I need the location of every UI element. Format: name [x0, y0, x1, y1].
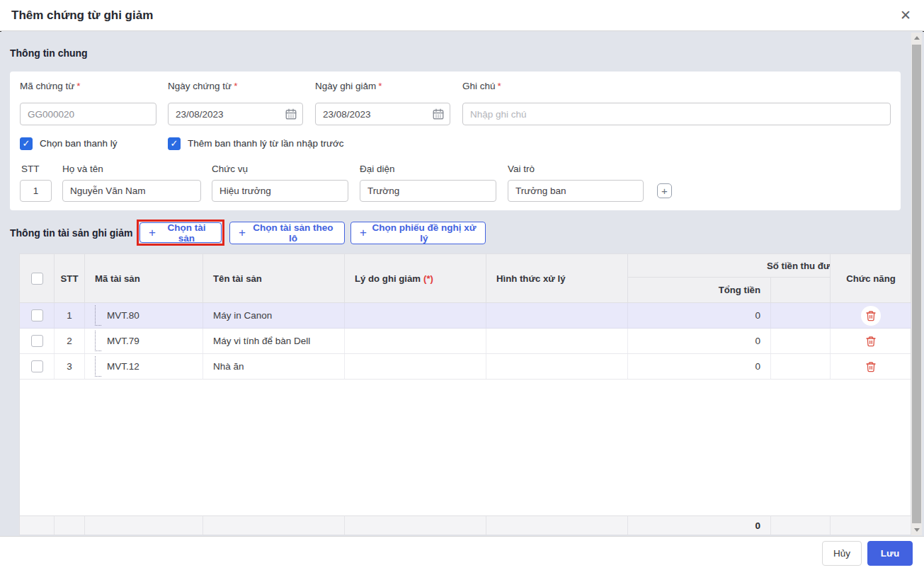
modal-footer: Hủy Lưu — [0, 536, 924, 570]
committee-stt-label: STT — [21, 164, 40, 174]
committee-representative-label: Đại diện — [360, 164, 395, 174]
row-handling[interactable] — [486, 354, 628, 379]
header-actions: Chức năng — [831, 254, 911, 302]
row-select-cell — [20, 329, 55, 353]
add-decrease-voucher-modal: Thêm chứng từ ghi giảm ✕ Thông tin chung… — [0, 0, 924, 570]
table-row[interactable]: 1 MVT.80 Máy in Canon 0 — [20, 303, 911, 329]
calendar-icon[interactable] — [285, 108, 297, 120]
row-checkbox[interactable] — [31, 360, 43, 372]
header-sub-empty — [771, 278, 831, 302]
summary-total: 0 — [628, 516, 771, 535]
row-asset-name: Nhà ăn — [203, 354, 345, 379]
row-select-cell — [20, 303, 55, 328]
vertical-scrollbar[interactable] — [911, 33, 922, 535]
committee-name-input[interactable] — [62, 180, 201, 202]
plus-icon: + — [360, 227, 367, 239]
row-total: 0 — [628, 303, 771, 328]
table-summary-row: 0 — [20, 515, 911, 535]
header-total-money: Tổng tiền — [628, 278, 771, 302]
row-asset-code: MVT.12 — [85, 354, 203, 379]
row-handling[interactable] — [486, 329, 628, 353]
select-asset-batch-button[interactable]: + Chọn tài sản theo lô — [229, 222, 345, 244]
close-icon[interactable]: ✕ — [900, 8, 911, 22]
row-reason[interactable] — [345, 354, 486, 379]
header-reason: Lý do ghi giảm (*) — [345, 254, 486, 302]
scroll-down-button[interactable] — [911, 525, 922, 535]
committee-role-input[interactable] — [508, 180, 644, 202]
scrollbar-thumb[interactable] — [912, 45, 921, 523]
delete-row-button[interactable] — [861, 357, 881, 377]
committee-position-input[interactable] — [212, 180, 348, 202]
trash-icon — [865, 310, 877, 321]
asset-table: STT Mã tài sản Tên tài sản Lý do ghi giả… — [19, 253, 911, 535]
cancel-button[interactable]: Hủy — [822, 541, 862, 566]
header-asset-code: Mã tài sản — [85, 254, 203, 302]
row-handling[interactable] — [486, 303, 628, 328]
modal-title: Thêm chứng từ ghi giảm — [11, 8, 153, 23]
plus-icon: + — [239, 227, 246, 239]
modal-header: Thêm chứng từ ghi giảm ✕ — [0, 0, 924, 31]
annotation-highlight-box: + Chọn tài sản — [137, 220, 224, 246]
voucher-code-input[interactable] — [20, 103, 156, 125]
required-asterisk: * — [498, 81, 501, 91]
choose-liquidation-board-option: Chọn ban thanh lý — [20, 137, 118, 150]
plus-icon: + — [149, 227, 156, 239]
table-row[interactable]: 3 MVT.12 Nhà ăn 0 — [20, 354, 911, 380]
add-member-button[interactable]: + — [657, 183, 672, 198]
modal-body: Thông tin chung Mã chứng từ* Ngày chứng … — [0, 32, 924, 536]
row-checkbox[interactable] — [31, 335, 43, 347]
delete-row-button[interactable] — [861, 331, 881, 351]
row-total: 0 — [628, 354, 771, 379]
required-asterisk: * — [378, 81, 382, 91]
note-input[interactable] — [462, 103, 891, 125]
select-asset-button[interactable]: + Chọn tài sản — [139, 222, 222, 243]
asset-table-header: STT Mã tài sản Tên tài sản Lý do ghi giả… — [20, 254, 911, 303]
committee-representative-input[interactable] — [360, 180, 496, 202]
scroll-up-button[interactable] — [911, 33, 922, 43]
save-button[interactable]: Lưu — [867, 541, 913, 566]
calendar-icon[interactable] — [432, 108, 445, 120]
required-mark: (*) — [423, 273, 433, 284]
row-actions — [831, 303, 911, 328]
row-sub-empty — [771, 354, 831, 379]
row-select-cell — [20, 354, 55, 379]
row-stt: 3 — [55, 354, 85, 379]
committee-stt-input[interactable] — [20, 180, 52, 202]
table-empty-area — [20, 380, 911, 515]
scroll-up-icon — [914, 36, 920, 40]
select-all-checkbox[interactable] — [31, 273, 43, 285]
row-asset-code: MVT.80 — [85, 303, 203, 328]
decrease-date-label: Ngày ghi giảm* — [315, 81, 382, 91]
trash-icon — [865, 361, 877, 372]
committee-name-label: Họ và tên — [62, 164, 103, 174]
checkbox-checked-icon[interactable] — [20, 137, 33, 150]
header-handling: Hình thức xử lý — [486, 254, 628, 302]
trash-icon — [865, 336, 877, 347]
row-actions — [831, 354, 911, 379]
scroll-down-icon — [914, 528, 920, 532]
note-label: Ghi chú* — [462, 81, 501, 91]
required-asterisk: * — [234, 81, 237, 91]
add-board-from-previous-option: Thêm ban thanh lý từ lần nhập trước — [168, 137, 344, 150]
voucher-code-label: Mã chứng từ* — [20, 81, 81, 91]
committee-role-label: Vai trò — [508, 164, 535, 174]
voucher-date-input[interactable] — [168, 103, 303, 125]
row-checkbox[interactable] — [31, 309, 43, 321]
row-reason[interactable] — [345, 303, 486, 328]
row-actions — [831, 329, 911, 353]
delete-row-button[interactable] — [861, 306, 881, 326]
checkbox-checked-icon[interactable] — [168, 137, 181, 150]
row-asset-code: MVT.79 — [85, 329, 203, 353]
row-reason[interactable] — [345, 329, 486, 353]
header-stt: STT — [55, 254, 85, 302]
checkbox-label: Chọn ban thanh lý — [40, 138, 118, 149]
checkbox-label: Thêm ban thanh lý từ lần nhập trước — [188, 138, 344, 149]
committee-position-label: Chức vụ — [212, 164, 248, 174]
row-sub-empty — [771, 303, 831, 328]
table-row[interactable]: 2 MVT.79 Máy vi tính để bàn Dell 0 — [20, 329, 911, 354]
header-asset-name: Tên tài sản — [203, 254, 345, 302]
header-money-group: Số tiền thu được — [628, 254, 831, 278]
row-asset-name: Máy vi tính để bàn Dell — [203, 329, 345, 353]
select-proposal-button[interactable]: + Chọn phiếu đề nghị xử lý — [350, 222, 486, 244]
decrease-date-input[interactable] — [315, 103, 450, 125]
